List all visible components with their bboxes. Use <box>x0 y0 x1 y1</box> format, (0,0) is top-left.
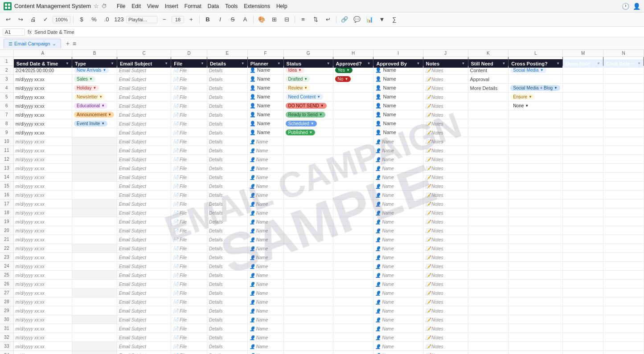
cell-click-rate[interactable] <box>603 351 644 354</box>
cell-still-need[interactable] <box>468 173 509 182</box>
cell-file[interactable]: 📄 File <box>171 84 207 93</box>
cell-planner[interactable]: 👤 Name <box>247 351 283 354</box>
cell-email-subject[interactable]: Email Subject <box>117 324 171 333</box>
cell-open-rate[interactable] <box>563 333 603 342</box>
share-btn[interactable]: 👤 <box>633 3 640 10</box>
cell-type[interactable] <box>72 262 117 271</box>
cell-details[interactable]: Details <box>207 244 247 253</box>
cell-approved-by[interactable]: 👤 Name <box>373 289 423 297</box>
cell-click-rate[interactable] <box>603 244 644 253</box>
cell-email-subject[interactable]: Email Subject <box>117 137 171 146</box>
cell-cross-posting[interactable] <box>509 253 563 262</box>
cell-cross-posting[interactable] <box>509 137 563 146</box>
cell-file[interactable]: 📄 File <box>171 297 207 306</box>
cell-notes[interactable]: 📝 Notes <box>423 110 468 119</box>
cell-still-need[interactable] <box>468 342 509 351</box>
cell-email-subject[interactable]: Email Subject <box>117 191 171 199</box>
cell-email-subject[interactable]: Email Subject <box>117 315 171 324</box>
cell-send-date[interactable]: m/d/yyyy xx:xx <box>13 173 72 182</box>
cell-type[interactable]: Holiday ▼ <box>72 84 117 93</box>
cell-details[interactable]: Details <box>207 75 247 84</box>
cell-file[interactable]: 📄 File <box>171 199 207 208</box>
cell-open-rate[interactable] <box>563 128 603 137</box>
filter-icon-file[interactable]: ▼ <box>201 61 204 65</box>
cell-notes[interactable]: 📝 Notes <box>423 297 468 306</box>
undo-btn[interactable]: ↩ <box>3 14 13 25</box>
cell-approved[interactable] <box>333 351 373 354</box>
cell-click-rate[interactable] <box>603 306 644 315</box>
cell-file[interactable]: 📄 File <box>171 280 207 289</box>
cell-open-rate[interactable] <box>563 208 603 217</box>
header-email-subject[interactable]: Email Subject ▼ <box>117 59 171 68</box>
cell-file[interactable]: 📄 File <box>171 208 207 217</box>
cell-details[interactable]: Details <box>207 253 247 262</box>
link-btn[interactable]: 🔗 <box>339 14 350 25</box>
cell-email-subject[interactable]: Email Subject <box>117 208 171 217</box>
cell-details[interactable]: Details <box>207 119 247 128</box>
cell-approved[interactable] <box>333 253 373 262</box>
cell-status[interactable] <box>283 297 333 306</box>
cell-details[interactable]: Details <box>207 155 247 164</box>
cell-send-date[interactable]: m/d/yyyy xx:xx <box>13 333 72 342</box>
cell-approved-by[interactable]: 👤 Name <box>373 226 423 235</box>
cell-send-date[interactable]: m/d/yyyy xx:xx <box>13 191 72 199</box>
cell-type[interactable] <box>72 137 117 146</box>
header-send-date[interactable]: Send Date & Time ▼ <box>13 59 72 68</box>
currency-btn[interactable]: $ <box>76 14 87 25</box>
cell-cross-posting[interactable] <box>509 75 563 84</box>
cell-planner[interactable]: 👤 Name <box>247 128 283 137</box>
cell-planner[interactable]: 👤 Name <box>247 173 283 182</box>
cell-type[interactable] <box>72 333 117 342</box>
header-notes[interactable]: Notes ▼ <box>423 59 468 68</box>
cell-approved-by[interactable]: 👤 Name <box>373 280 423 289</box>
borders-btn[interactable]: ⊞ <box>269 14 279 25</box>
cell-send-date[interactable]: m/d/yyyy xx:xx <box>13 75 72 84</box>
cell-cross-posting[interactable] <box>509 315 563 324</box>
cell-email-subject[interactable]: Email Subject <box>117 119 171 128</box>
print-btn[interactable]: 🖨 <box>28 14 38 25</box>
cell-cross-posting[interactable] <box>509 191 563 199</box>
cell-still-need[interactable] <box>468 191 509 199</box>
cell-send-date[interactable]: m/d/yyyy xx:xx <box>13 235 72 244</box>
cell-status[interactable] <box>283 306 333 315</box>
function-btn[interactable]: ∑ <box>389 14 400 25</box>
cell-open-rate[interactable] <box>563 119 603 128</box>
cell-details[interactable]: Details <box>207 289 247 297</box>
cell-approved[interactable] <box>333 110 373 119</box>
cell-open-rate[interactable] <box>563 324 603 333</box>
comment-btn[interactable]: 💬 <box>352 14 362 25</box>
cell-open-rate[interactable] <box>563 235 603 244</box>
cell-still-need[interactable] <box>468 182 509 191</box>
cell-notes[interactable]: 📝 Notes <box>423 191 468 199</box>
cell-open-rate[interactable] <box>563 155 603 164</box>
cell-ref[interactable]: A1 <box>3 28 25 36</box>
cell-open-rate[interactable] <box>563 244 603 253</box>
cell-cross-posting[interactable] <box>509 333 563 342</box>
cell-status[interactable] <box>283 244 333 253</box>
cell-status[interactable]: Ready to Send ▼ <box>283 110 333 119</box>
cell-details[interactable]: Details <box>207 351 247 354</box>
cell-cross-posting[interactable] <box>509 324 563 333</box>
cell-cross-posting[interactable] <box>509 155 563 164</box>
cell-approved[interactable] <box>333 217 373 226</box>
cell-type[interactable] <box>72 351 117 354</box>
cell-cross-posting[interactable] <box>509 342 563 351</box>
cell-click-rate[interactable] <box>603 110 644 119</box>
cell-cross-posting[interactable] <box>509 226 563 235</box>
cell-planner[interactable]: 👤 Name <box>247 226 283 235</box>
filter-icon-status[interactable]: ▼ <box>327 61 330 65</box>
menu-format[interactable]: Format <box>182 2 204 10</box>
cell-email-subject[interactable]: Email Subject <box>117 93 171 102</box>
cell-planner[interactable]: 👤 Name <box>247 164 283 173</box>
tab-options-icon[interactable]: ⌄ <box>52 41 56 47</box>
cell-planner[interactable]: 👤 Name <box>247 253 283 262</box>
cell-details[interactable]: Details <box>207 182 247 191</box>
cell-approved-by[interactable]: 👤 Name <box>373 102 423 110</box>
cell-send-date[interactable]: m/d/yyyy xx:xx <box>13 342 72 351</box>
cell-status[interactable] <box>283 155 333 164</box>
cell-planner[interactable]: 👤 Name <box>247 315 283 324</box>
cell-type[interactable] <box>72 226 117 235</box>
cell-open-rate[interactable] <box>563 164 603 173</box>
cell-details[interactable]: Details <box>207 128 247 137</box>
cell-approved-by[interactable]: 👤 Name <box>373 182 423 191</box>
